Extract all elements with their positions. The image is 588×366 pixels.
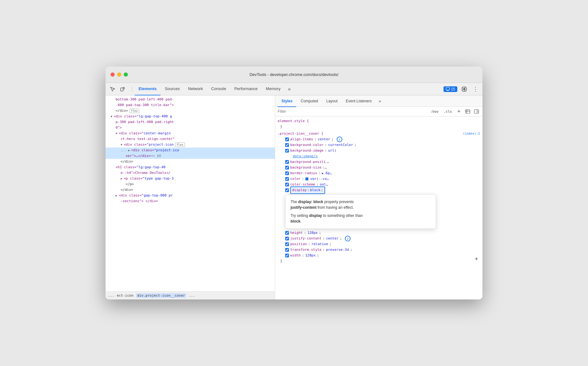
tree-line: <h1 class="lg:gap-top-40 <box>106 164 275 170</box>
css-prop-justify-content: justify-content : center ; i <box>278 236 480 241</box>
css-prop-checkbox[interactable] <box>285 137 289 141</box>
tree-expand-triangle[interactable]: ▶ <box>121 176 124 181</box>
tab-console[interactable]: Console <box>207 83 230 95</box>
css-rule-element-style: element.style { } <box>275 118 482 130</box>
tab-memory[interactable]: Memory <box>262 83 284 95</box>
notifications-count: 15 <box>451 87 455 91</box>
more-style-tabs-button[interactable]: » <box>376 97 384 105</box>
css-prop-checkbox[interactable] <box>285 242 289 246</box>
inspect-element-button[interactable] <box>108 85 117 94</box>
device-toolbar-button[interactable] <box>118 85 127 94</box>
main-content: bottom-300 pad-left-400 pad- -400 pad-to… <box>106 95 482 299</box>
css-prop-checkbox[interactable] <box>285 183 289 186</box>
tooltip-text-line4: block. <box>291 218 431 224</box>
css-prop-height: height : 128px ; <box>278 230 480 236</box>
tree-line: ▼ <div class="project-icon flex <box>106 142 275 148</box>
css-prop-checkbox[interactable] <box>285 188 289 192</box>
tree-line: bottom-300 pad-left-400 pad- <box>106 97 275 102</box>
css-tooltip: The display: block property prevents jus… <box>285 194 436 229</box>
tree-expand-triangle[interactable]: ▶ <box>128 148 131 153</box>
more-tabs-button[interactable]: » <box>285 85 294 94</box>
add-style-rule-button[interactable]: + <box>455 108 462 115</box>
css-prop-checkbox[interactable] <box>285 231 289 235</box>
tree-line: e--h4">Chrome DevTools</ <box>106 170 275 176</box>
css-rule-project-icon: .project-icon__cover { (index):1 align-i… <box>275 130 482 265</box>
css-url-link[interactable]: data:image/s <box>293 153 318 159</box>
info-icon-align-items[interactable]: i <box>337 137 342 142</box>
color-swatch[interactable] <box>305 177 308 180</box>
cls-button[interactable]: .cls <box>442 109 454 115</box>
elements-panel: bottom-300 pad-left-400 pad- -400 pad-to… <box>106 95 275 299</box>
hov-button[interactable]: :hov <box>429 109 440 115</box>
filter-input[interactable] <box>278 109 426 114</box>
svg-rect-5 <box>466 110 470 113</box>
css-prop-checkbox[interactable] <box>285 166 289 170</box>
tab-event-listeners[interactable]: Event Listeners <box>342 96 376 107</box>
css-prop-checkbox[interactable] <box>285 254 289 257</box>
tab-layout[interactable]: Layout <box>323 96 341 107</box>
breadcrumb-cover[interactable]: div.project-icon__cover <box>136 293 186 298</box>
css-prop-background-size: background-size :… <box>278 165 480 170</box>
new-style-rule-button[interactable] <box>464 108 471 115</box>
tree-line: </div> <box>106 187 275 193</box>
svg-rect-3 <box>447 90 449 91</box>
tooltip-text-line1: The display: block property prevents <box>291 199 431 205</box>
css-prop-checkbox[interactable] <box>285 248 289 252</box>
breadcrumb-bar: ... ect-icon div.project-icon__cover ... <box>106 291 275 299</box>
tree-line: </div> <box>106 159 275 164</box>
tab-styles[interactable]: Styles <box>278 96 296 107</box>
css-line-ref[interactable]: (index):1 <box>463 131 480 137</box>
tab-sources[interactable]: Sources <box>161 83 184 95</box>
css-prop-checkbox[interactable] <box>285 177 289 181</box>
flex-badge[interactable]: flex <box>175 143 185 147</box>
css-prop-checkbox[interactable] <box>285 143 289 147</box>
css-prop-checkbox[interactable] <box>285 149 289 153</box>
minimize-button[interactable] <box>117 73 121 77</box>
css-prop-width: width : 128px ; <box>278 253 480 258</box>
tree-line: -400 pad-top-300 title-bar"> <box>106 102 275 108</box>
tab-network[interactable]: Network <box>184 83 207 95</box>
flex-badge[interactable]: flex <box>129 109 139 113</box>
tab-elements[interactable]: Elements <box>135 83 161 95</box>
tree-line: </div> flex <box>106 108 275 114</box>
css-prop-align-items: align-items : center ; i <box>278 137 480 142</box>
tree-line-selected[interactable]: ... ▶ <div class="project-ico <box>106 148 275 153</box>
tree-line: 0"> <box>106 125 275 131</box>
tab-performance[interactable]: Performance <box>231 83 261 95</box>
breadcrumb-ellipsis[interactable]: ... <box>108 293 114 298</box>
tree-line: ▼ <div class="center-margin <box>106 131 275 136</box>
maximize-button[interactable] <box>124 73 128 77</box>
breadcrumb-ect-icon[interactable]: ect-icon <box>117 293 133 298</box>
css-prop-checkbox[interactable] <box>285 237 289 240</box>
more-options-button[interactable]: ⋮ <box>471 85 480 94</box>
info-icon-justify-content[interactable]: i <box>345 236 351 241</box>
tree-expand-triangle[interactable]: ▼ <box>111 114 114 119</box>
css-prop-checkbox[interactable] <box>285 171 289 175</box>
tree-line: ▶ <p class="type gap-top-3 <box>106 176 275 181</box>
tree-expand-triangle[interactable]: ▶ <box>116 193 119 198</box>
css-selector[interactable]: .project-icon__cover { <box>278 131 324 137</box>
tree-line-selected: ver">…</div> == $0 <box>106 153 275 159</box>
elements-tree[interactable]: bottom-300 pad-left-400 pad- -400 pad-to… <box>106 95 275 291</box>
tree-expand-triangle[interactable]: ▼ <box>121 142 124 148</box>
tooltip-text-line3: Try setting display to something other t… <box>291 213 431 218</box>
toolbar-right: 15 ⋮ <box>444 85 480 94</box>
add-rule-button[interactable]: + <box>473 255 480 262</box>
css-content[interactable]: element.style { } .project-icon__cover {… <box>275 116 482 299</box>
notifications-badge[interactable]: 15 <box>444 86 457 92</box>
css-prop-display: display : block ; <box>278 187 480 193</box>
css-prop-color: color : var(--co… <box>278 176 480 182</box>
close-button[interactable] <box>111 73 115 77</box>
toggle-sidebar-button[interactable] <box>473 108 480 115</box>
settings-button[interactable] <box>460 85 469 94</box>
svg-rect-2 <box>446 87 449 90</box>
breadcrumb-more[interactable]: ... <box>189 293 195 298</box>
css-prop-position: position : relative ; <box>278 241 480 247</box>
css-prop-checkbox[interactable] <box>285 160 289 164</box>
css-prop-background-image: background-image : url( <box>278 148 480 153</box>
css-prop-transform-style: transform-style : preserve-3d ; <box>278 247 480 253</box>
tree-expand-triangle[interactable]: ▼ <box>116 131 119 136</box>
window-title: DevTools - developer.chrome.com/docs/dev… <box>249 72 338 77</box>
tab-computed[interactable]: Computed <box>297 96 322 107</box>
css-selector[interactable]: element.style { <box>278 119 309 123</box>
